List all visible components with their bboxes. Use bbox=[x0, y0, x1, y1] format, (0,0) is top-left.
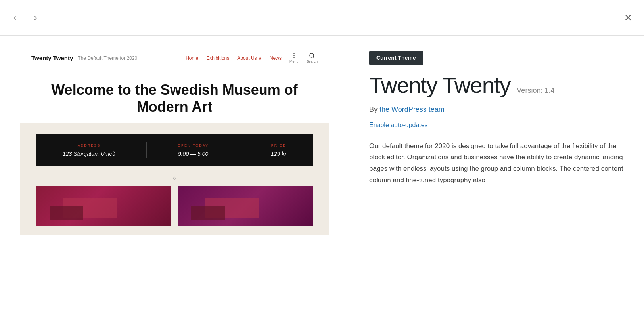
dot1 bbox=[293, 53, 295, 54]
preview-header: Twenty Twenty The Default Theme for 2020… bbox=[20, 47, 329, 69]
forward-button[interactable]: › bbox=[29, 10, 42, 26]
preview-hero: Welcome to the Swedish Museum of Modern … bbox=[20, 69, 329, 123]
close-button[interactable]: ✕ bbox=[624, 12, 632, 23]
author-prefix: By bbox=[369, 105, 378, 113]
search-label: Search bbox=[306, 59, 318, 63]
main-content: Twenty Twenty The Default Theme for 2020… bbox=[0, 36, 644, 317]
price-label: PRICE bbox=[271, 143, 286, 147]
theme-preview: Twenty Twenty The Default Theme for 2020… bbox=[20, 47, 329, 300]
section-divider: ◇ bbox=[36, 176, 313, 180]
info-divider-2 bbox=[240, 142, 240, 158]
author-link[interactable]: the WordPress team bbox=[380, 105, 445, 113]
info-bar-address: ADDRESS 123 Storgatan, Umeå bbox=[63, 143, 115, 157]
image-2-inner bbox=[178, 186, 313, 226]
image-1-inner bbox=[36, 186, 171, 226]
preview-logo-subtitle: The Default Theme for 2020 bbox=[78, 55, 137, 61]
search-button[interactable]: Search bbox=[306, 53, 318, 63]
dot3 bbox=[293, 57, 295, 58]
price-value: 129 kr bbox=[271, 151, 286, 157]
nav-home[interactable]: Home bbox=[186, 55, 198, 61]
info-bar: ADDRESS 123 Storgatan, Umeå OPEN TODAY 9… bbox=[36, 134, 313, 166]
current-theme-badge: Current Theme bbox=[369, 51, 423, 65]
browser-chrome: ‹ › ✕ bbox=[0, 0, 644, 36]
nav-news[interactable]: News bbox=[270, 55, 282, 61]
search-icon bbox=[309, 53, 315, 59]
menu-dots[interactable]: Menu bbox=[289, 53, 299, 63]
dot2 bbox=[293, 55, 295, 56]
preview-logo: Twenty Twenty The Default Theme for 2020 bbox=[31, 55, 137, 61]
svg-line-1 bbox=[313, 57, 314, 58]
auto-updates-link[interactable]: Enable auto-updates bbox=[369, 122, 428, 129]
info-pane: Current Theme Twenty Twenty Version: 1.4… bbox=[349, 36, 644, 317]
back-button[interactable]: ‹ bbox=[8, 10, 22, 26]
divider-line-right bbox=[178, 178, 313, 178]
address-value: 123 Storgatan, Umeå bbox=[63, 151, 115, 157]
divider-line-left bbox=[36, 178, 171, 178]
open-value: 9:00 — 5:00 bbox=[178, 151, 209, 157]
nav-separator bbox=[25, 6, 25, 30]
preview-image-row bbox=[36, 186, 313, 226]
nav-about[interactable]: About Us ∨ bbox=[237, 55, 262, 61]
preview-image-1 bbox=[36, 186, 171, 226]
info-bar-open: OPEN TODAY 9:00 — 5:00 bbox=[178, 143, 209, 157]
theme-version: Version: 1.4 bbox=[517, 86, 554, 95]
theme-title: Twenty Twenty bbox=[369, 73, 510, 97]
theme-title-row: Twenty Twenty Version: 1.4 bbox=[369, 73, 624, 97]
theme-author: By the WordPress team bbox=[369, 105, 624, 114]
divider-diamond: ◇ bbox=[173, 176, 176, 180]
address-label: ADDRESS bbox=[63, 143, 115, 147]
info-bar-price: PRICE 129 kr bbox=[271, 143, 286, 157]
svg-point-0 bbox=[310, 53, 314, 57]
nav-exhibitions[interactable]: Exhibitions bbox=[206, 55, 229, 61]
preview-hero-title: Welcome to the Swedish Museum of Modern … bbox=[36, 81, 313, 115]
theme-description: Our default theme for 2020 is designed t… bbox=[369, 141, 624, 187]
info-divider-1 bbox=[146, 142, 147, 158]
preview-image-2 bbox=[178, 186, 313, 226]
preview-nav: Home Exhibitions About Us ∨ News Menu bbox=[186, 53, 318, 63]
open-label: OPEN TODAY bbox=[178, 143, 209, 147]
menu-label: Menu bbox=[289, 59, 299, 63]
preview-beige-section: ADDRESS 123 Storgatan, Umeå OPEN TODAY 9… bbox=[20, 123, 329, 235]
preview-logo-title: Twenty Twenty bbox=[31, 55, 73, 61]
preview-pane: Twenty Twenty The Default Theme for 2020… bbox=[0, 36, 349, 317]
